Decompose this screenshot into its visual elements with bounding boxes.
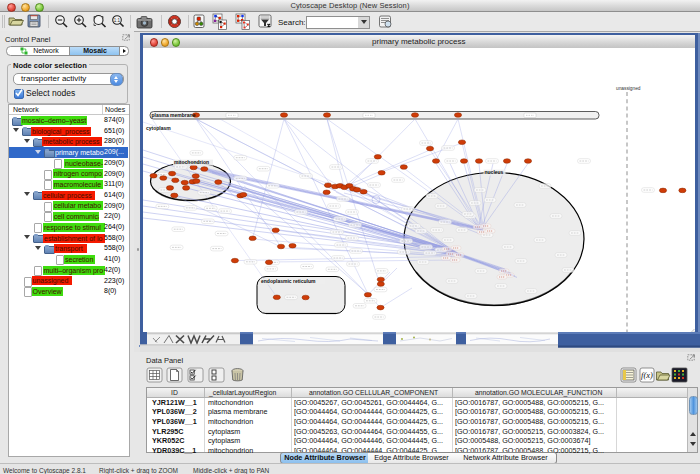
svg-text:unassigned: unassigned [616,86,641,91]
svg-text:endoplasmic reticulum: endoplasmic reticulum [261,278,316,284]
svg-text:f(x): f(x) [641,370,653,380]
svg-text:cytoplasm: cytoplasm [146,125,171,131]
svg-text:1:1: 1:1 [114,18,121,23]
svg-text:nucleus: nucleus [484,169,503,175]
svg-text:mitochondrion: mitochondrion [174,159,209,165]
svg-text:plasma membrane: plasma membrane [151,112,195,118]
svg-text:Search:: Search: [278,18,306,27]
